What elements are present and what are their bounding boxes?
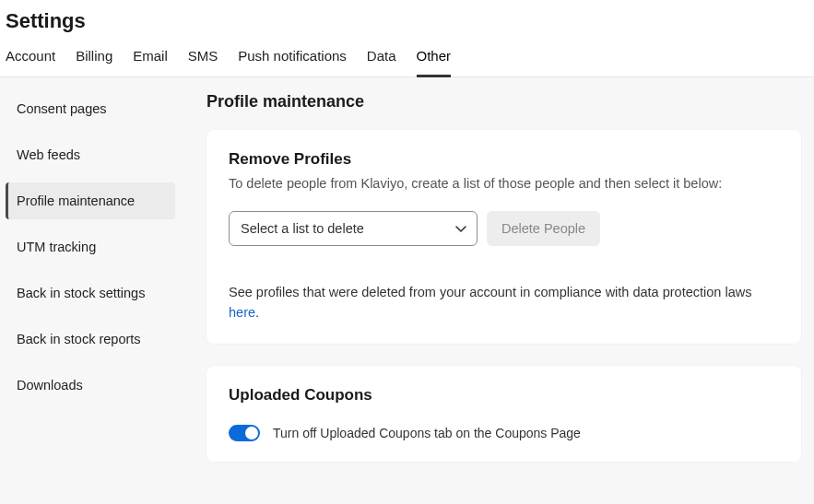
sidebar-item-utm-tracking[interactable]: UTM tracking xyxy=(6,229,175,265)
tab-billing[interactable]: Billing xyxy=(76,41,112,76)
remove-profiles-controls: Select a list to delete Delete People xyxy=(229,211,779,246)
body-area: Consent pages Web feeds Profile maintena… xyxy=(0,77,814,504)
uploaded-coupons-toggle[interactable] xyxy=(229,425,260,441)
sidebar-item-back-in-stock-settings[interactable]: Back in stock settings xyxy=(6,275,175,311)
sidebar-item-downloads[interactable]: Downloads xyxy=(6,367,175,404)
top-nav: Account Billing Email SMS Push notificat… xyxy=(0,41,814,77)
remove-profiles-subtext: To delete people from Klaviyo, create a … xyxy=(229,174,779,193)
toggle-knob xyxy=(245,427,258,440)
uploaded-coupons-toggle-row: Turn off Uploaded Coupons tab on the Cou… xyxy=(229,421,779,441)
tab-data[interactable]: Data xyxy=(367,41,396,76)
deleted-profiles-note: See profiles that were deleted from your… xyxy=(229,283,779,323)
tab-account[interactable]: Account xyxy=(6,41,55,76)
tab-sms[interactable]: SMS xyxy=(188,41,218,76)
remove-profiles-card: Remove Profiles To delete people from Kl… xyxy=(206,130,801,344)
uploaded-coupons-heading: Uploaded Coupons xyxy=(229,386,779,404)
sidebar-item-consent-pages[interactable]: Consent pages xyxy=(6,90,175,127)
sidebar-item-profile-maintenance[interactable]: Profile maintenance xyxy=(6,182,175,219)
tab-other[interactable]: Other xyxy=(417,41,452,76)
delete-people-button[interactable]: Delete People xyxy=(487,211,600,246)
tab-push-notifications[interactable]: Push notifications xyxy=(238,41,347,76)
sidebar-item-back-in-stock-reports[interactable]: Back in stock reports xyxy=(6,321,175,357)
content: Profile maintenance Remove Profiles To d… xyxy=(181,77,814,504)
remove-profiles-heading: Remove Profiles xyxy=(229,150,779,169)
page-title: Settings xyxy=(0,0,814,41)
sidebar: Consent pages Web feeds Profile maintena… xyxy=(0,77,181,504)
note-suffix: . xyxy=(255,305,259,320)
delete-list-select[interactable]: Select a list to delete xyxy=(229,211,478,246)
uploaded-coupons-toggle-label: Turn off Uploaded Coupons tab on the Cou… xyxy=(273,426,581,440)
sidebar-item-web-feeds[interactable]: Web feeds xyxy=(6,136,175,173)
uploaded-coupons-card: Uploaded Coupons Turn off Uploaded Coupo… xyxy=(206,366,801,462)
content-title: Profile maintenance xyxy=(206,92,801,111)
note-prefix: See profiles that were deleted from your… xyxy=(229,285,751,299)
deleted-profiles-link[interactable]: here xyxy=(229,305,255,320)
delete-list-select-value: Select a list to delete xyxy=(229,211,478,246)
tab-email[interactable]: Email xyxy=(133,41,168,76)
